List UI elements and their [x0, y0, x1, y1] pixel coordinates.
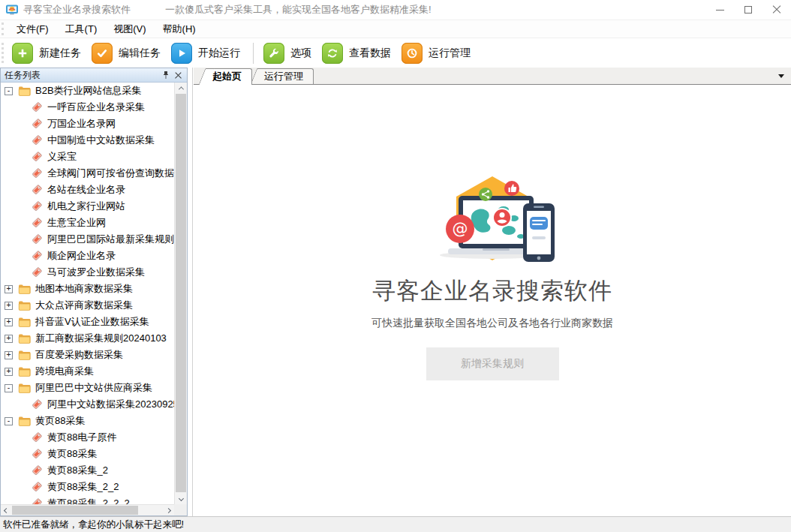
- tag-icon: [31, 481, 43, 493]
- menu-item[interactable]: 帮助(H): [155, 21, 204, 38]
- page-subtitle: 可快速批量获取全国各地公司及各地各行业商家数据: [371, 317, 613, 330]
- tree-task-row[interactable]: 中国制造中文站数据采集: [1, 132, 174, 149]
- tree-folder-row[interactable]: +地图本地商家数据采集: [1, 281, 174, 297]
- tag-icon: [31, 101, 43, 113]
- menu-item[interactable]: 文件(F): [8, 21, 57, 38]
- toolbar-button[interactable]: 开始运行: [171, 43, 240, 64]
- chevron-left-icon: [4, 508, 9, 513]
- toolbar-button[interactable]: 查看数据: [322, 43, 391, 64]
- tree-task-row[interactable]: 黄页88采集_2_2_2: [1, 495, 174, 504]
- tree-item-label: B2B类行业网站信息采集: [35, 84, 142, 98]
- tree-task-row[interactable]: 黄页88采集: [1, 446, 174, 462]
- vertical-scrollbar[interactable]: [174, 83, 187, 504]
- tree-item-label: 黄页88采集: [47, 447, 97, 461]
- tab[interactable]: 运行管理: [257, 68, 314, 84]
- panel-close-button[interactable]: [172, 70, 185, 81]
- toolbar-button[interactable]: 新建任务: [12, 43, 81, 64]
- tree-folder-row[interactable]: -B2B类行业网站信息采集: [1, 83, 174, 99]
- tree-item-label: 黄页88采集: [35, 414, 85, 428]
- menu-item[interactable]: 工具(T): [57, 21, 106, 38]
- check-icon: [92, 43, 113, 64]
- scroll-right-button[interactable]: [163, 505, 174, 516]
- tag-icon: [31, 250, 43, 262]
- tree-folder-row[interactable]: +百度爱采购数据采集: [1, 347, 174, 363]
- expand-icon[interactable]: +: [5, 351, 13, 359]
- tree-task-row[interactable]: 顺企网企业名录: [1, 248, 174, 264]
- page-title: 寻客企业名录搜索软件: [372, 275, 612, 307]
- pin-button[interactable]: [159, 70, 172, 81]
- toolbar: 新建任务编辑任务开始运行选项查看数据运行管理: [0, 38, 791, 68]
- tree-task-row[interactable]: 黄页88采集_2_2: [1, 479, 174, 495]
- tree-task-row[interactable]: 机电之家行业网站: [1, 198, 174, 215]
- tag-icon: [31, 464, 43, 476]
- tree-folder-row[interactable]: +大众点评商家数据采集: [1, 297, 174, 314]
- tree-task-row[interactable]: 黄页88采集_2: [1, 462, 174, 479]
- collapse-icon[interactable]: -: [5, 87, 13, 95]
- tree-task-row[interactable]: 一呼百应企业名录采集: [1, 99, 174, 116]
- tree-item-label: 百度爱采购数据采集: [35, 348, 123, 362]
- collapse-icon[interactable]: -: [5, 384, 13, 392]
- tree-item-label: 跨境电商采集: [35, 365, 94, 378]
- tree-folder-row[interactable]: +跨境电商采集: [1, 363, 174, 380]
- tag-icon: [31, 151, 43, 163]
- expand-icon[interactable]: +: [5, 368, 13, 376]
- hero-illustration: @: [414, 175, 571, 263]
- toolbar-separator: [253, 43, 254, 64]
- tree-task-row[interactable]: 马可波罗企业数据采集: [1, 264, 174, 281]
- tree-task-row[interactable]: 义采宝: [1, 149, 174, 165]
- menu-bar: 文件(F)工具(T)视图(V)帮助(H): [0, 20, 791, 38]
- expand-icon[interactable]: +: [5, 318, 13, 326]
- folder-icon: [18, 86, 31, 96]
- toolbar-button[interactable]: 选项: [263, 43, 311, 64]
- window-controls: [705, 0, 791, 20]
- scrollbar-thumb[interactable]: [12, 506, 138, 515]
- toolbar-button[interactable]: 运行管理: [402, 43, 471, 64]
- tree-task-row[interactable]: 名站在线企业名录: [1, 182, 174, 198]
- tree-item-label: 黄页88采集_2_2: [47, 480, 119, 494]
- scroll-left-button[interactable]: [1, 505, 12, 516]
- tree-item-label: 抖音蓝V认证企业数据采集: [35, 315, 149, 329]
- menu-item[interactable]: 视图(V): [105, 21, 154, 38]
- tree-task-row[interactable]: 阿里巴巴国际站最新采集规则20: [1, 231, 174, 248]
- tree-folder-row[interactable]: +抖音蓝V认证企业数据采集: [1, 314, 174, 330]
- minimize-button[interactable]: [705, 0, 734, 20]
- panel-splitter[interactable]: [192, 68, 193, 516]
- expand-icon[interactable]: +: [5, 285, 13, 293]
- tree-task-row[interactable]: 万国企业名录网: [1, 116, 174, 132]
- tab-list-dropdown-icon[interactable]: [778, 74, 784, 78]
- tree-task-row[interactable]: 黄页88电子原件: [1, 429, 174, 446]
- tree-task-row[interactable]: 生意宝企业网: [1, 215, 174, 231]
- tag-icon: [31, 266, 43, 278]
- scrollbar-thumb[interactable]: [176, 94, 186, 492]
- tree-item-label: 大众点评商家数据采集: [35, 299, 133, 312]
- tree-folder-row[interactable]: -阿里巴巴中文站供应商采集: [1, 380, 174, 396]
- new-collection-rule-button[interactable]: 新增采集规则: [426, 347, 559, 380]
- expand-icon[interactable]: +: [5, 302, 13, 310]
- start-page-content: @ 寻客企业名录搜索软件 可快速批量获取全国各地公司及各地各行业商家数据 新增采…: [194, 85, 791, 516]
- collapse-icon[interactable]: -: [5, 417, 13, 425]
- menu-bar-items: 文件(F)工具(T)视图(V)帮助(H): [8, 21, 204, 38]
- maximize-button[interactable]: [734, 0, 762, 20]
- tree-item-label: 机电之家行业网站: [47, 200, 125, 213]
- tree-item-label: 地图本地商家数据采集: [35, 282, 133, 296]
- toolbar-button[interactable]: 编辑任务: [92, 43, 161, 64]
- tree-item-label: 阿里巴巴中文站供应商采集: [35, 381, 152, 395]
- folder-icon: [18, 300, 31, 311]
- toolbar-button-label: 新建任务: [39, 47, 81, 60]
- tree-folder-row[interactable]: +新工商数据采集规则20240103: [1, 330, 174, 347]
- tree-item-label: 黄页88采集_2: [47, 464, 108, 477]
- tree-task-row[interactable]: 阿里中文站数据采集20230925: [1, 396, 174, 413]
- tree-task-row[interactable]: 全球阀门网可按省份查询数据: [1, 165, 174, 182]
- scroll-up-button[interactable]: [175, 83, 188, 94]
- sync-icon: [322, 43, 343, 64]
- tree-item-label: 义采宝: [47, 150, 77, 164]
- tree-item-label: 一呼百应企业名录采集: [47, 101, 145, 114]
- close-button[interactable]: [762, 0, 791, 20]
- tree-item-label: 名站在线企业名录: [47, 183, 125, 197]
- scroll-down-button[interactable]: [175, 493, 188, 504]
- tab-strip-tabs: 起始页运行管理: [200, 68, 314, 84]
- tab-active[interactable]: 起始页: [206, 68, 252, 85]
- tree-folder-row[interactable]: -黄页88采集: [1, 413, 174, 429]
- expand-icon[interactable]: +: [5, 335, 13, 343]
- horizontal-scrollbar[interactable]: [1, 504, 174, 515]
